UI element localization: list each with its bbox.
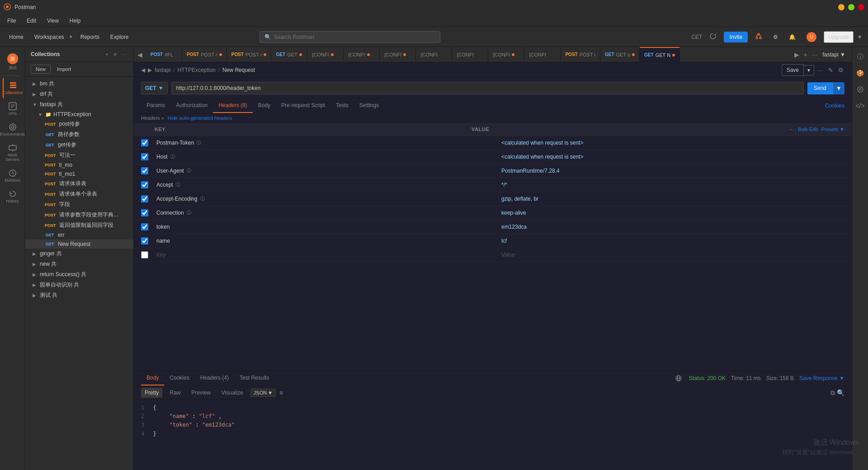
menu-view[interactable]: View (45, 17, 61, 25)
format-pretty[interactable]: Pretty (141, 388, 162, 398)
notification-button[interactable]: 🔔 (785, 32, 799, 42)
user-avatar[interactable]: U (803, 30, 820, 44)
user-sidebar-item[interactable]: 测 测试 (3, 51, 23, 74)
req-tab-tests[interactable]: Tests (330, 99, 354, 113)
fastapi-label[interactable]: fastapi ▼ (820, 52, 848, 58)
tab-post3[interactable]: POST POST i (561, 47, 600, 62)
tree-item-get-route[interactable]: GET 路径参数 (25, 129, 133, 140)
nav-reports[interactable]: Reports (77, 32, 103, 42)
resp-tab-headers[interactable]: Headers (4) (195, 371, 234, 385)
search-response-button[interactable]: 🔍 (837, 389, 844, 397)
send-split-button[interactable]: ▼ (833, 82, 844, 94)
tab-next-button[interactable]: ▶ (793, 50, 801, 59)
import-button[interactable]: Import (52, 65, 75, 74)
presets-button[interactable]: Presets ▼ (821, 127, 844, 132)
header-check-1[interactable] (141, 153, 148, 160)
tree-item-new[interactable]: ▶ new 共 (25, 259, 133, 269)
breadcrumb-fastapi[interactable]: fastapi (155, 67, 170, 73)
tab-conf3[interactable]: [CONFI (380, 47, 416, 62)
header-check-5[interactable] (141, 209, 148, 216)
tab-more-button[interactable]: ··· (810, 50, 819, 59)
breadcrumb-back[interactable]: ◀ (141, 67, 145, 73)
breadcrumb-forward[interactable]: ▶ (148, 67, 152, 73)
tab-post1[interactable]: POST POST r (182, 47, 227, 62)
nav-workspaces[interactable]: Workspaces ▼ (31, 32, 73, 42)
req-tab-pre-request[interactable]: Pre-request Script (276, 99, 330, 113)
info-icon-5[interactable]: ⓘ (187, 210, 191, 216)
sync-button[interactable] (706, 31, 720, 43)
more-options-button[interactable]: ··· (816, 65, 825, 75)
tree-item-fastapi[interactable]: ▼ fastapi 共 (25, 99, 133, 110)
tree-item-post-kefafa[interactable]: POST 可法一 (25, 150, 133, 160)
copy-response-button[interactable]: ⧉ (830, 389, 835, 397)
tree-item-test[interactable]: ▶ 测试 共 (25, 290, 133, 301)
header-key-8[interactable]: Key (155, 251, 500, 259)
code-sidebar-button[interactable]: </> (854, 99, 867, 112)
minimize-button[interactable] (838, 4, 844, 10)
add-collection-button[interactable]: + (104, 51, 110, 58)
new-button[interactable]: New (31, 65, 51, 74)
req-tab-authorization[interactable]: Authorization (170, 99, 213, 113)
info-icon-3[interactable]: ⓘ (176, 182, 180, 188)
resp-tab-test-results[interactable]: Test Results (234, 371, 274, 385)
resp-tab-body[interactable]: Body (141, 371, 164, 385)
tree-item-drf[interactable]: ▶ drf 共 (25, 89, 133, 99)
tab-nfl[interactable]: POST #FL (146, 47, 182, 62)
header-check-4[interactable] (141, 195, 148, 202)
tab-get1[interactable]: GET GET (271, 47, 307, 62)
nav-explore[interactable]: Explore (107, 32, 132, 42)
tree-item-get-err[interactable]: GET err (25, 230, 133, 240)
tree-item-post-tlmo[interactable]: POST tl_mo (25, 160, 133, 169)
env-sidebar-button[interactable] (854, 83, 867, 96)
req-tab-headers[interactable]: Headers (8) (213, 99, 252, 113)
filter-button[interactable]: ≡ (112, 51, 118, 58)
tab-post2[interactable]: POST POST r (227, 47, 272, 62)
header-check-7[interactable] (141, 237, 148, 244)
method-select[interactable]: GET ▼ (141, 82, 168, 94)
hide-auto-headers-link[interactable]: Hide auto-generated headers (168, 115, 232, 121)
bulk-edit-button[interactable]: Bulk Edit (798, 127, 817, 132)
menu-help[interactable]: Help (68, 17, 83, 25)
cookies-sidebar-button[interactable]: 🍪 (854, 67, 867, 80)
breadcrumb-httpexception[interactable]: HTTPException (178, 67, 216, 73)
header-val-8[interactable]: Value (500, 251, 844, 259)
tab-conf2[interactable]: [CONFI (344, 47, 380, 62)
sidebar-item-mock-servers[interactable]: Mock Servers (3, 140, 23, 165)
header-check-3[interactable] (141, 181, 148, 188)
tab-conf5[interactable]: [CONFI (452, 47, 488, 62)
more-button[interactable]: ··· (120, 51, 128, 58)
tree-item-ginger[interactable]: ▶ ginger 共 (25, 249, 133, 259)
cookies-link[interactable]: Cookies (825, 103, 844, 109)
tabs-back-button[interactable]: ◀ (134, 51, 146, 58)
tree-item-post-params[interactable]: POST post传参 (25, 119, 133, 129)
tree-item-post-req-single[interactable]: POST 请求体单个录表 (25, 189, 133, 199)
nav-home[interactable]: Home (5, 32, 27, 42)
tab-conf7[interactable]: [CONFI (524, 47, 561, 62)
tree-item-bm[interactable]: ▶ bm 共 (25, 79, 133, 89)
tree-item-get-get[interactable]: GET get传参 (25, 140, 133, 150)
sidebar-item-collections[interactable]: Collections (3, 78, 23, 99)
maximize-button[interactable] (848, 4, 854, 10)
sidebar-item-monitors[interactable]: Monitors (3, 165, 23, 186)
save-button[interactable]: Save (782, 64, 804, 76)
req-tab-settings[interactable]: Settings (354, 99, 384, 113)
tree-item-post-req-list[interactable]: POST 请求体录表 (25, 179, 133, 189)
tree-item-httpexception[interactable]: ▼ 📁 HTTPException (25, 110, 133, 119)
header-check-2[interactable] (141, 167, 148, 174)
save-response-button[interactable]: Save Response ▼ (799, 375, 844, 381)
info-icon-2[interactable]: ⓘ (187, 168, 191, 174)
menu-edit[interactable]: Edit (25, 17, 38, 25)
tab-get2[interactable]: GET GET o (600, 47, 640, 62)
format-preview[interactable]: Preview (188, 388, 214, 398)
save-arrow-button[interactable]: ▼ (804, 65, 814, 75)
tree-item-new-request[interactable]: GET New Request (25, 240, 133, 249)
tab-conf6[interactable]: [CONFI (488, 47, 524, 62)
tree-item-auto-route[interactable]: ▶ 固单自动识别 共 (25, 280, 133, 290)
tab-get-n[interactable]: GET GET N (640, 47, 680, 62)
json-type-select[interactable]: JSON ▼ (250, 389, 276, 397)
format-visualize[interactable]: Visualize (218, 388, 247, 398)
header-check-8[interactable] (141, 251, 148, 258)
tree-item-post-field[interactable]: POST 字段 (25, 199, 133, 210)
req-tab-body[interactable]: Body (253, 99, 276, 113)
search-bar[interactable]: 🔍 (259, 31, 440, 43)
